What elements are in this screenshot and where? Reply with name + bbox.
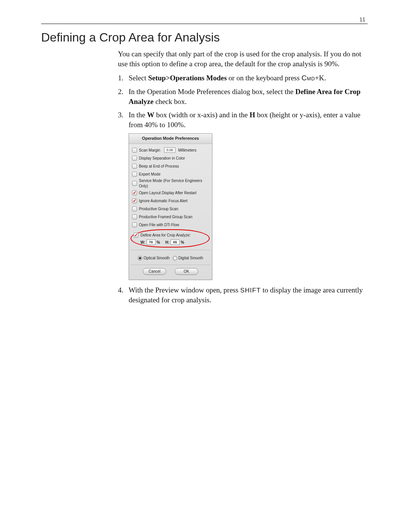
service-mode-label: Service Mode (For Service Engineers Only…	[139, 178, 209, 189]
productive-framed-row: Productive Framed Group Scan	[132, 213, 209, 220]
step-number: 2.	[118, 87, 129, 106]
service-mode-checkbox[interactable]	[132, 181, 137, 186]
productive-group-row: Productive Group Scan	[132, 205, 209, 212]
text: With the Preview window open, press	[129, 286, 240, 294]
open-dti-label: Open File with DTi Flow	[139, 222, 179, 228]
text: box (width or x-axis) and in the	[155, 111, 250, 119]
productive-framed-checkbox[interactable]	[132, 214, 137, 219]
step-number: 1.	[118, 73, 129, 83]
scan-margin-unit: Millimeters	[178, 148, 196, 153]
display-separation-label: Display Separation in Color	[139, 156, 185, 161]
ignore-focus-checkbox[interactable]	[132, 198, 137, 203]
expert-mode-row: Expert Mode	[132, 170, 209, 178]
key-shift: SHIFT	[240, 287, 261, 294]
text: check box.	[153, 97, 186, 105]
define-area-row: Define Area for Crop Analyze:	[134, 231, 207, 239]
step-text: Select Setup>Operations Modes or on the …	[129, 73, 369, 83]
scan-margin-checkbox[interactable]	[132, 148, 137, 153]
display-separation-row: Display Separation in Color	[132, 154, 209, 162]
step-text: In the W box (width or x-axis) and in th…	[129, 110, 369, 129]
productive-group-label: Productive Group Scan	[139, 206, 178, 212]
h-input[interactable]: 65	[170, 240, 180, 245]
digital-smooth-radio[interactable]	[173, 256, 177, 260]
optical-smooth-radio[interactable]	[138, 256, 142, 260]
w-label: W:	[140, 240, 145, 245]
dialog-screenshot: Operation Mode Preferences Scan Margin 0…	[129, 133, 369, 280]
beep-label: Beep at End of Process	[139, 164, 179, 169]
service-mode-row: Service Mode (For Service Engineers Only…	[132, 178, 209, 189]
text: In the	[129, 111, 147, 119]
body-text: You can specify that only part of the cr…	[118, 49, 369, 305]
beep-checkbox[interactable]	[132, 164, 137, 169]
text: +K.	[315, 74, 326, 82]
step-3: 3. In the W box (width or x-axis) and in…	[118, 110, 369, 129]
key-cmd: Cmd	[301, 74, 315, 82]
cancel-button[interactable]: Cancel	[143, 268, 166, 275]
menu-path: Setup>Operations Modes	[148, 74, 227, 82]
expert-mode-label: Expert Mode	[139, 172, 161, 177]
w-percent: %	[157, 240, 160, 245]
scan-margin-input[interactable]: 0.00	[164, 147, 175, 153]
step-text: With the Preview window open, press SHIF…	[129, 285, 369, 305]
beep-row: Beep at End of Process	[132, 162, 209, 170]
dialog-body: Scan Margin 0.00 Millimeters Display Sep…	[129, 144, 212, 280]
open-dti-checkbox[interactable]	[132, 222, 137, 227]
page-content: Defining a Crop Area for Analysis You ca…	[41, 30, 369, 308]
ignore-focus-label: Ignore Automatic Focus Alert	[139, 198, 188, 204]
step-2: 2. In the Operation Mode Preferences dia…	[118, 87, 369, 106]
ignore-focus-row: Ignore Automatic Focus Alert	[132, 197, 209, 204]
scan-margin-label: Scan Margin	[139, 148, 160, 153]
ok-button[interactable]: OK	[175, 268, 198, 275]
open-layout-row: Open Layout Display After Restart	[132, 189, 209, 197]
page-number: 11	[359, 16, 365, 22]
productive-framed-label: Productive Framed Group Scan	[139, 214, 193, 220]
smooth-radio-row: Optical Smooth Digital Smooth	[132, 256, 209, 261]
digital-smooth-label: Digital Smooth	[178, 256, 203, 261]
text: In the Operation Mode Preferences dialog…	[129, 88, 295, 96]
section-heading: Defining a Crop Area for Analysis	[41, 30, 369, 45]
text: or on the keyboard press	[227, 74, 301, 82]
step-4: 4. With the Preview window open, press S…	[118, 285, 369, 305]
field-h: H	[250, 111, 255, 119]
step-text: In the Operation Mode Preferences dialog…	[129, 87, 369, 106]
scan-margin-row: Scan Margin 0.00 Millimeters	[132, 146, 209, 154]
dialog-title: Operation Mode Preferences	[129, 134, 212, 144]
intro-paragraph: You can specify that only part of the cr…	[118, 49, 369, 69]
separator	[131, 250, 210, 250]
h-label: H:	[166, 240, 170, 245]
highlight-ellipse: Define Area for Crop Analyze: W: 70 % H:…	[131, 229, 210, 248]
open-dti-row: Open File with DTi Flow	[132, 221, 209, 228]
optical-smooth-label: Optical Smooth	[143, 256, 169, 261]
text: Select	[129, 74, 148, 82]
field-w: W	[147, 111, 155, 119]
wh-row: W: 70 % H: 65 %	[134, 240, 207, 245]
open-layout-checkbox[interactable]	[132, 190, 137, 195]
define-area-checkbox[interactable]	[134, 233, 139, 238]
h-percent: %	[181, 240, 184, 245]
separator	[131, 265, 210, 265]
operation-mode-preferences-dialog: Operation Mode Preferences Scan Margin 0…	[129, 133, 212, 280]
define-area-label: Define Area for Crop Analyze:	[140, 233, 191, 238]
step-number: 3.	[118, 110, 129, 129]
top-rule	[41, 24, 368, 24]
display-separation-checkbox[interactable]	[132, 156, 137, 161]
w-input[interactable]: 70	[147, 240, 156, 245]
productive-group-checkbox[interactable]	[132, 206, 137, 211]
step-1: 1. Select Setup>Operations Modes or on t…	[118, 73, 369, 83]
expert-mode-checkbox[interactable]	[132, 172, 137, 177]
button-row: Cancel OK	[132, 267, 209, 276]
step-number: 4.	[118, 285, 129, 305]
open-layout-label: Open Layout Display After Restart	[139, 190, 196, 196]
